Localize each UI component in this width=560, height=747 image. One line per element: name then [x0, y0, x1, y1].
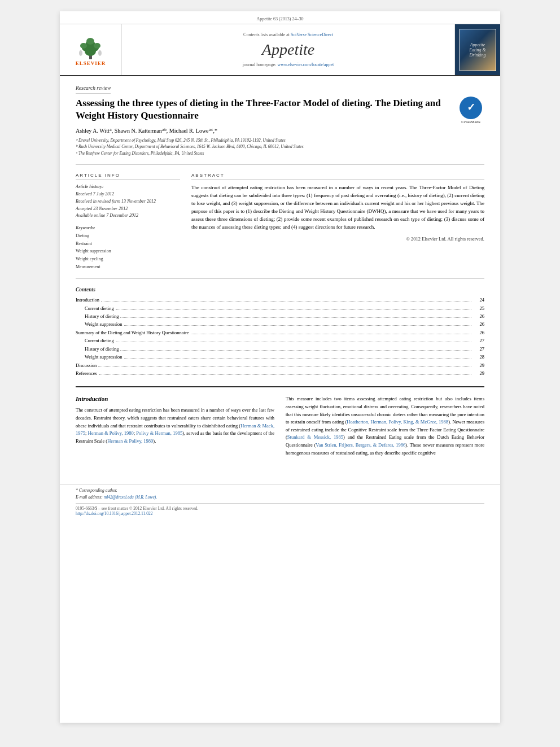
svg-point-7: [86, 38, 94, 45]
article-info-header: ARTICLE INFO: [76, 173, 180, 180]
introduction-title: Introduction: [76, 395, 274, 402]
toc-page-6: 27: [473, 345, 484, 353]
toc-item-0: Introduction 24: [76, 296, 484, 304]
page-footer: * Corresponding author. E-mail address: …: [60, 484, 500, 519]
body-right-text: This measure includes two items assessin…: [286, 395, 484, 457]
keyword-3: Weight cycling: [76, 255, 180, 263]
corresponding-author-note: * Corresponding author.: [76, 488, 484, 493]
elsevier-logo: ELSEVIER: [60, 24, 122, 75]
copyright-text: © 2012 Elsevier Ltd. All rights reserved…: [191, 236, 484, 242]
ref-herman-polivy-1980b[interactable]: Herman & Polivy, 1980: [107, 438, 153, 444]
svg-point-5: [80, 43, 87, 49]
abstract-col: ABSTRACT The construct of attempted eati…: [191, 173, 484, 270]
intro-para-2: This measure includes two items assessin…: [286, 395, 484, 457]
journal-header: Appetite 63 (2013) 24–30: [60, 11, 500, 24]
toc-page-2: 26: [473, 312, 484, 320]
toc-page-0: 24: [473, 296, 484, 304]
authors-text: Ashley A. Wittᵃ, Shawn N. Kattermanᵃᵇ, M…: [76, 128, 217, 134]
top-banner: ELSEVIER Contents lists available at Sci…: [60, 24, 500, 76]
article-info-col: ARTICLE INFO Article history: Received 7…: [76, 173, 180, 270]
ref-herman-polivy-1980[interactable]: Herman & Polivy, 1980: [88, 430, 134, 436]
journal-cover: AppetiteEating &Drinking: [455, 24, 500, 75]
toc-label-3: Weight suppression: [85, 320, 123, 328]
contents-section: Contents Introduction 24 Current dieting…: [76, 287, 484, 377]
toc-item-3: Weight suppression 26: [76, 320, 484, 328]
crossmark-label: CrossMark: [461, 120, 480, 125]
svg-point-8: [79, 50, 82, 56]
article-info-abstract: ARTICLE INFO Article history: Received 7…: [76, 173, 484, 270]
journal-homepage: journal homepage: www.elsevier.com/locat…: [243, 62, 334, 67]
toc-label-5: Current dieting: [85, 337, 114, 344]
toc-item-1: Current dieting 25: [76, 304, 484, 312]
body-section: Introduction The construct of attempted …: [76, 386, 484, 461]
page: Appetite 63 (2013) 24–30 ELSEVIER: [60, 11, 500, 723]
toc-page-9: 29: [473, 369, 484, 377]
toc-label-8: Discussion: [76, 361, 97, 369]
toc-dots-9: [99, 370, 471, 375]
toc-item-4: Summary of the Dieting and Weight Histor…: [76, 329, 484, 337]
toc-item-8: Discussion 29: [76, 361, 484, 369]
sciverse-line: Contents lists available at SciVerse Sci…: [243, 32, 333, 37]
elsevier-brand-label: ELSEVIER: [76, 60, 106, 66]
article-title-text: Assessing the three types of dieting in …: [76, 98, 441, 121]
affiliation-c: ᶜ The Renfrew Center for Eating Disorder…: [76, 150, 484, 156]
toc-label-4: Summary of the Dieting and Weight Histor…: [76, 329, 189, 337]
toc-label-1: Current dieting: [85, 304, 114, 312]
keyword-1: Restraint: [76, 240, 180, 248]
sciverse-link[interactable]: SciVerse ScienceDirect: [291, 32, 333, 37]
ref-heatherton-1988[interactable]: Heatherton, Herman, Polivy, King, & McGr…: [347, 419, 448, 425]
keywords-label: Keywords:: [76, 225, 180, 230]
sciverse-prefix: Contents lists available at: [243, 32, 290, 37]
authors-line: Ashley A. Wittᵃ, Shawn N. Kattermanᵃᵇ, M…: [76, 128, 484, 134]
body-two-col: Introduction The construct of attempted …: [76, 395, 484, 461]
toc-dots-6: [120, 346, 471, 351]
homepage-label: journal homepage:: [243, 62, 277, 67]
history-accepted: Accepted 23 November 2012: [76, 206, 180, 213]
toc-item-9: References 29: [76, 369, 484, 377]
email-link[interactable]: ml42@drexel.edu (M.R. Lowe).: [104, 495, 158, 500]
toc-label-9: References: [76, 369, 97, 377]
toc-page-5: 27: [473, 337, 484, 344]
history-online: Available online 7 December 2012: [76, 212, 180, 220]
crossmark-icon: ✓: [460, 97, 482, 119]
toc-dots-4: [191, 330, 471, 334]
toc-page-3: 26: [473, 320, 484, 328]
email-line: E-mail address: ml42@drexel.edu (M.R. Lo…: [76, 495, 484, 500]
contents-title: Contents: [76, 287, 484, 292]
ref-polivy-herman-1985[interactable]: Polivy & Herman, 1985: [136, 430, 182, 436]
section-type-label: Research review: [76, 85, 111, 94]
affiliation-b: ᵇ Rush University Medical Center, Depart…: [76, 143, 484, 150]
main-content: Research review Assessing the three type…: [60, 76, 500, 473]
toc-item-6: History of dieting 27: [76, 345, 484, 353]
footer-divider: 0195-6663/$ – see front matter © 2012 El…: [76, 503, 484, 516]
crossmark-badge: ✓ CrossMark: [457, 97, 484, 124]
toc-dots-5: [116, 338, 471, 343]
affiliations: ᵃ Drexel University, Department of Psych…: [76, 137, 484, 156]
history-received: Received 7 July 2012: [76, 191, 180, 198]
body-left-text: The construct of attempted eating restri…: [76, 407, 274, 445]
email-label: E-mail address:: [76, 495, 103, 500]
abstract-text: The construct of attempted eating restri…: [191, 184, 484, 231]
body-left-col: Introduction The construct of attempted …: [76, 395, 274, 461]
history-revised: Received in revised form 13 November 201…: [76, 198, 180, 206]
toc-label-2: History of dieting: [85, 312, 119, 320]
toc-dots-3: [124, 322, 471, 326]
divider-1: [76, 164, 484, 165]
ref-stunkard-1985[interactable]: Stunkard & Messick, 1985: [287, 434, 343, 440]
ref-vanstrien-1986[interactable]: Van Strien, Frijters, Bergers, & Defares…: [316, 442, 405, 448]
intro-para-1: The construct of attempted eating restri…: [76, 407, 274, 445]
toc-item-2: History of dieting 26: [76, 312, 484, 320]
svg-point-9: [98, 50, 102, 56]
toc-dots-7: [124, 355, 471, 359]
doi-link[interactable]: http://dx.doi.org/10.1016/j.appet.2012.1…: [76, 511, 152, 516]
abstract-header: ABSTRACT: [191, 173, 484, 180]
toc-dots-2: [120, 313, 471, 318]
toc-item-5: Current dieting 27: [76, 337, 484, 344]
cover-image: AppetiteEating &Drinking: [460, 29, 496, 71]
elsevier-tree-icon: [75, 33, 106, 60]
keyword-4: Measurement: [76, 263, 180, 271]
homepage-url[interactable]: www.elsevier.com/locate/appet: [277, 62, 334, 67]
toc-label-0: Introduction: [76, 296, 99, 304]
journal-header-text: Appetite 63 (2013) 24–30: [257, 16, 304, 21]
svg-point-6: [94, 43, 100, 49]
